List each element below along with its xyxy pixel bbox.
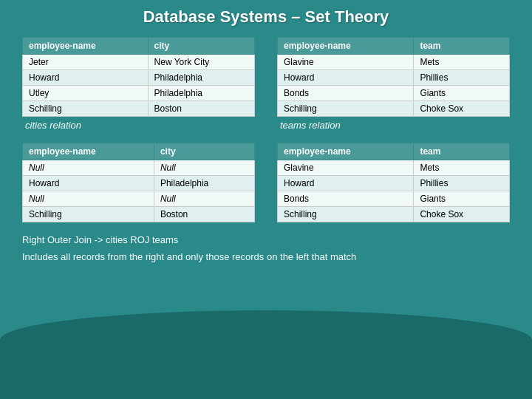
bottom-tables-row: employee-name city NullNullHowardPhilade… xyxy=(22,143,510,222)
table-cell: Giants xyxy=(414,191,510,207)
table-cell: Phillies xyxy=(414,176,510,191)
table-cell: Glavine xyxy=(278,55,414,70)
top-tables-row: employee-name city JeterNew York CityHow… xyxy=(22,37,510,138)
table-cell: Schilling xyxy=(23,101,149,117)
teams-table: employee-name team GlavineMetsHowardPhil… xyxy=(277,37,510,117)
table-cell: Schilling xyxy=(23,207,154,222)
cities-table: employee-name city JeterNew York CityHow… xyxy=(22,37,255,117)
teams-roj-col-team: team xyxy=(414,143,510,160)
table-cell: Phillies xyxy=(414,70,510,86)
teams-roj-section: employee-name team GlavineMetsHowardPhil… xyxy=(277,143,510,222)
table-cell: Howard xyxy=(23,176,154,191)
table-cell: Choke Sox xyxy=(414,101,510,117)
teams-col-team: team xyxy=(414,38,510,55)
teams-relation-section: employee-name team GlavineMetsHowardPhil… xyxy=(277,37,510,138)
table-cell: Utley xyxy=(23,86,149,101)
table-cell: Howard xyxy=(278,176,414,191)
teams-roj-col-employee: employee-name xyxy=(278,143,414,160)
cities-label: cities relation xyxy=(22,120,255,131)
cities-col-employee: employee-name xyxy=(23,38,149,55)
table-cell: Philadelphia xyxy=(148,86,254,101)
cities-roj-col-employee: employee-name xyxy=(23,143,154,160)
cities-relation-section: employee-name city JeterNew York CityHow… xyxy=(22,37,255,138)
teams-roj-table: employee-name team GlavineMetsHowardPhil… xyxy=(277,143,510,222)
table-cell: Boston xyxy=(154,207,254,222)
cities-col-city: city xyxy=(148,38,254,55)
table-cell: Schilling xyxy=(278,101,414,117)
table-cell: Null xyxy=(154,160,254,176)
table-cell: Jeter xyxy=(23,55,149,70)
table-cell: Null xyxy=(154,191,254,207)
description-block: Right Outer Join -> cities ROJ teams Inc… xyxy=(22,233,510,265)
table-cell: Choke Sox xyxy=(414,207,510,222)
description-line1: Right Outer Join -> cities ROJ teams xyxy=(22,233,510,248)
table-cell: Bonds xyxy=(278,86,414,101)
table-cell: Bonds xyxy=(278,191,414,207)
table-cell: Philadelphia xyxy=(148,70,254,86)
table-cell: Glavine xyxy=(278,160,414,176)
table-cell: New York City xyxy=(148,55,254,70)
teams-col-employee: employee-name xyxy=(278,38,414,55)
cities-roj-col-city: city xyxy=(154,143,254,160)
table-cell: Giants xyxy=(414,86,510,101)
table-cell: Howard xyxy=(23,70,149,86)
table-cell: Mets xyxy=(414,160,510,176)
table-cell: Mets xyxy=(414,55,510,70)
table-cell: Null xyxy=(23,191,154,207)
cities-roj-section: employee-name city NullNullHowardPhilade… xyxy=(22,143,255,222)
teams-label: teams relation xyxy=(277,120,510,131)
page-title: Database Systems – Set Theory xyxy=(22,7,510,27)
table-cell: Philadelphia xyxy=(154,176,254,191)
cities-roj-table: employee-name city NullNullHowardPhilade… xyxy=(22,143,255,222)
description-line2: Includes all records from the right and … xyxy=(22,250,510,265)
page-container: Database Systems – Set Theory employee-n… xyxy=(0,0,532,274)
table-cell: Boston xyxy=(148,101,254,117)
table-cell: Schilling xyxy=(278,207,414,222)
table-cell: Null xyxy=(23,160,154,176)
table-cell: Howard xyxy=(278,70,414,86)
